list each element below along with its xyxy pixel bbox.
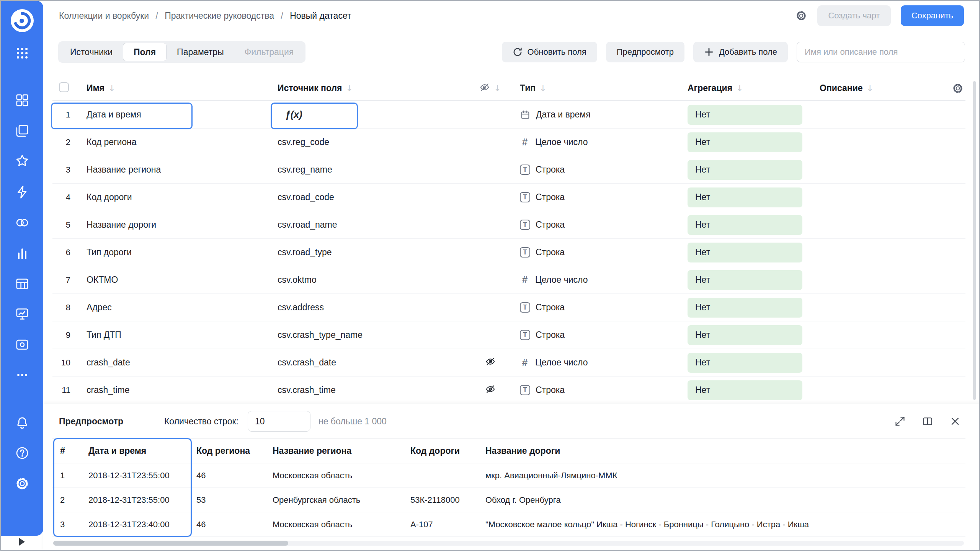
- field-row[interactable]: 2 Код региона csv.reg_code #Целое число …: [52, 129, 965, 156]
- field-name-cell[interactable]: Адрес: [80, 302, 269, 313]
- more-ellipsis-icon[interactable]: [14, 367, 30, 383]
- field-source-cell[interactable]: csv.road_code: [269, 192, 472, 202]
- column-header-name[interactable]: Имя: [87, 83, 105, 93]
- column-header-aggregation[interactable]: Агрегация: [688, 83, 732, 93]
- field-name-cell[interactable]: Название дороги: [80, 220, 269, 230]
- hidden-column-eye-off-icon[interactable]: [479, 82, 490, 95]
- panel-expand-triangle-icon[interactable]: [19, 538, 25, 546]
- sort-icon[interactable]: ↓: [494, 83, 501, 93]
- settings-gear-icon[interactable]: [14, 476, 30, 492]
- field-row[interactable]: 5 Название дороги csv.road_name TСтрока …: [52, 211, 965, 239]
- field-visibility-cell[interactable]: [472, 356, 508, 369]
- vertical-scrollbar[interactable]: [973, 81, 976, 400]
- field-type-cell[interactable]: TСтрока: [508, 330, 679, 340]
- column-header-type[interactable]: Тип: [520, 83, 536, 93]
- sort-icon[interactable]: ↓: [346, 83, 353, 93]
- aggregation-select[interactable]: Нет: [688, 353, 802, 373]
- circles-icon[interactable]: [14, 215, 30, 231]
- field-type-cell[interactable]: TСтрока: [508, 247, 679, 258]
- horizontal-scrollbar-track[interactable]: [53, 541, 964, 546]
- field-row[interactable]: 9 Тип ДТП csv.crash_type_name TСтрока Не…: [52, 321, 965, 349]
- sort-icon[interactable]: ↓: [867, 83, 874, 93]
- field-name-cell[interactable]: crash_time: [80, 385, 269, 395]
- field-name-cell[interactable]: Тип дороги: [80, 247, 269, 258]
- breadcrumb-collections[interactable]: Коллекции и воркбуки: [59, 11, 149, 21]
- field-source-cell[interactable]: csv.address: [269, 302, 472, 313]
- refresh-fields-button[interactable]: Обновить поля: [502, 42, 597, 62]
- help-question-icon[interactable]: [14, 445, 30, 461]
- dashboards-monitor-icon[interactable]: [14, 306, 30, 322]
- table-settings-gear-icon[interactable]: [952, 82, 964, 95]
- aggregation-select[interactable]: Нет: [688, 270, 802, 290]
- breadcrumb-guides[interactable]: Практические руководства: [165, 11, 274, 21]
- tab-sources[interactable]: Источники: [60, 43, 123, 61]
- field-row[interactable]: 8 Адрес csv.address TСтрока Нет: [52, 294, 965, 321]
- field-type-cell[interactable]: TСтрока: [508, 165, 679, 175]
- sort-icon[interactable]: ↓: [736, 83, 743, 93]
- aggregation-select[interactable]: Нет: [688, 243, 802, 262]
- field-name-cell[interactable]: Код дороги: [80, 192, 269, 202]
- aggregation-select[interactable]: Нет: [688, 380, 802, 400]
- field-name-cell[interactable]: Дата и время: [80, 109, 269, 120]
- horizontal-scrollbar-thumb[interactable]: [53, 541, 288, 546]
- aggregation-select[interactable]: Нет: [688, 160, 802, 180]
- dataset-settings-gear-icon[interactable]: [795, 10, 807, 22]
- field-row[interactable]: 1 Дата и время ƒ(x) Дата и время Нет: [52, 101, 965, 129]
- aggregation-select[interactable]: Нет: [688, 298, 802, 318]
- aggregation-select[interactable]: Нет: [688, 215, 802, 235]
- save-button[interactable]: Сохранить: [901, 5, 964, 26]
- create-chart-button[interactable]: Создать чарт: [817, 5, 890, 26]
- sort-icon[interactable]: ↓: [539, 83, 546, 93]
- field-source-cell[interactable]: ƒ(x): [269, 109, 472, 120]
- notifications-bell-icon[interactable]: [14, 415, 30, 431]
- workbooks-icon[interactable]: [14, 123, 30, 139]
- field-source-cell[interactable]: csv.oktmo: [269, 275, 472, 285]
- field-visibility-cell[interactable]: [472, 384, 508, 397]
- datalens-logo[interactable]: [11, 9, 34, 32]
- preview-split-view-icon[interactable]: [922, 416, 933, 427]
- field-type-cell[interactable]: #Целое число: [508, 357, 679, 368]
- field-name-cell[interactable]: Код региона: [80, 137, 269, 147]
- field-source-cell[interactable]: csv.reg_code: [269, 137, 472, 147]
- field-type-cell[interactable]: #Целое число: [508, 274, 679, 286]
- field-row[interactable]: 6 Тип дороги csv.road_type TСтрока Нет: [52, 239, 965, 266]
- aggregation-select[interactable]: Нет: [688, 187, 802, 207]
- field-name-cell[interactable]: ОКТМО: [80, 275, 269, 285]
- tab-fields[interactable]: Поля: [123, 43, 167, 61]
- field-source-cell[interactable]: csv.crash_date: [269, 357, 472, 368]
- add-field-button[interactable]: Добавить поле: [693, 42, 788, 62]
- field-source-cell[interactable]: csv.crash_time: [269, 385, 472, 395]
- aggregation-select[interactable]: Нет: [688, 105, 802, 125]
- field-row[interactable]: 7 ОКТМО csv.oktmo #Целое число Нет: [52, 266, 965, 294]
- field-type-cell[interactable]: Дата и время: [508, 109, 679, 120]
- field-source-cell[interactable]: csv.crash_type_name: [269, 330, 472, 340]
- field-row[interactable]: 11 crash_time csv.crash_time TСтрока Нет: [52, 377, 965, 404]
- column-header-source[interactable]: Источник поля: [278, 83, 342, 93]
- field-name-cell[interactable]: crash_date: [80, 357, 269, 368]
- apps-grid-icon[interactable]: [14, 45, 30, 61]
- field-search-input[interactable]: [797, 42, 965, 62]
- preview-toggle-button[interactable]: Предпросмотр: [606, 42, 684, 62]
- field-type-cell[interactable]: TСтрока: [508, 302, 679, 313]
- select-all-checkbox[interactable]: [59, 82, 69, 92]
- sort-icon[interactable]: ↓: [108, 83, 115, 93]
- row-count-input[interactable]: [248, 411, 310, 432]
- field-type-cell[interactable]: TСтрока: [508, 220, 679, 230]
- field-row[interactable]: 3 Название региона csv.reg_name TСтрока …: [52, 156, 965, 184]
- datasets-table-icon[interactable]: [14, 276, 30, 292]
- tab-parameters[interactable]: Параметры: [167, 43, 234, 61]
- favorites-star-icon[interactable]: [14, 153, 30, 169]
- field-source-cell[interactable]: csv.road_type: [269, 247, 472, 258]
- aggregation-select[interactable]: Нет: [688, 132, 802, 152]
- editor-lightning-icon[interactable]: [14, 184, 30, 200]
- field-name-cell[interactable]: Тип ДТП: [80, 330, 269, 340]
- column-header-description[interactable]: Описание: [820, 83, 863, 93]
- field-type-cell[interactable]: #Целое число: [508, 136, 679, 148]
- field-type-cell[interactable]: TСтрока: [508, 385, 679, 395]
- field-type-cell[interactable]: TСтрока: [508, 192, 679, 202]
- field-row[interactable]: 10 crash_date csv.crash_date #Целое числ…: [52, 349, 965, 377]
- field-row[interactable]: 4 Код дороги csv.road_code TСтрока Нет: [52, 184, 965, 211]
- field-source-cell[interactable]: csv.road_name: [269, 220, 472, 230]
- field-name-cell[interactable]: Название региона: [80, 165, 269, 175]
- charts-bar-icon[interactable]: [14, 245, 30, 261]
